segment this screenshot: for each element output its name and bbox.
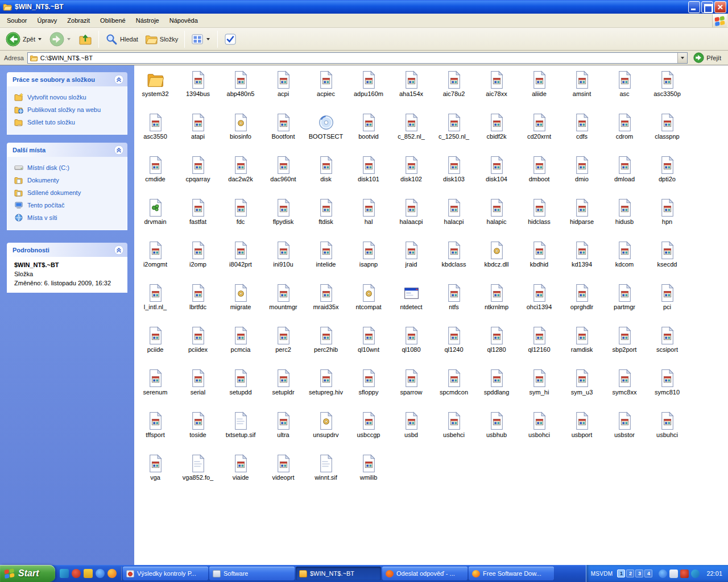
file-item[interactable]: dpti2o <box>646 153 688 196</box>
file-item[interactable]: fdc <box>220 196 262 238</box>
file-item[interactable]: usbehci <box>433 409 475 451</box>
quick-launch-icon[interactable] <box>72 569 81 578</box>
file-item[interactable]: dmio <box>561 153 603 196</box>
file-item[interactable]: usbstor <box>603 409 646 451</box>
clock[interactable]: 22:01 <box>706 570 722 577</box>
file-item[interactable]: hal <box>348 196 390 238</box>
file-item[interactable]: usbccgp <box>348 409 390 451</box>
file-item[interactable]: setupreg.hiv <box>305 366 347 409</box>
file-item[interactable]: sbp2port <box>603 323 646 366</box>
file-item[interactable]: migrate <box>220 281 262 323</box>
go-button[interactable]: Přejít <box>688 52 726 64</box>
task-share-folder[interactable]: Sdílet tuto složku <box>14 116 125 128</box>
address-dropdown-button[interactable] <box>677 53 687 63</box>
file-item[interactable]: dmboot <box>518 153 560 196</box>
file-item[interactable]: unsupdrv <box>305 409 347 451</box>
file-item[interactable]: flpydisk <box>262 196 304 238</box>
menu-item[interactable]: Úpravy <box>32 15 62 26</box>
file-item[interactable]: cdfs <box>561 110 603 153</box>
file-item[interactable]: aha154x <box>390 68 432 110</box>
file-item[interactable]: perc2 <box>262 323 304 366</box>
file-item[interactable]: isapnp <box>348 238 390 281</box>
taskbar-task-button[interactable]: Free Software Dow... <box>469 567 554 580</box>
file-item[interactable]: cpqarray <box>177 153 219 196</box>
file-item[interactable]: usbd <box>390 409 432 451</box>
taskbar-task-button[interactable]: Výsledky kontroly P... <box>123 567 208 580</box>
file-item[interactable]: dac960nt <box>262 153 304 196</box>
up-button[interactable] <box>76 30 95 49</box>
file-item[interactable]: videoprt <box>262 451 304 494</box>
file-item[interactable]: ini910u <box>262 238 304 281</box>
file-item[interactable]: serenum <box>134 366 176 409</box>
menu-item[interactable]: Soubor <box>2 15 32 26</box>
file-item[interactable]: kbdhid <box>518 238 560 281</box>
place-documents[interactable]: Dokumenty <box>14 174 125 186</box>
file-item[interactable]: cd20xrnt <box>518 110 560 153</box>
file-item[interactable]: sym_u3 <box>561 366 603 409</box>
file-item[interactable]: lbrtfdc <box>177 281 219 323</box>
file-item[interactable]: system32 <box>134 68 176 110</box>
file-item[interactable]: i2omgmt <box>134 238 176 281</box>
file-item[interactable]: ql1240 <box>433 323 475 366</box>
taskbar-task-button[interactable]: Odeslat odpověď - ... <box>382 567 468 580</box>
file-item[interactable]: usbhub <box>475 409 518 451</box>
views-button[interactable] <box>188 30 214 49</box>
search-button[interactable]: Hledat <box>102 30 141 49</box>
file-item[interactable]: c_1250.nl_ <box>433 110 475 153</box>
file-item[interactable]: halaacpi <box>390 196 432 238</box>
file-item[interactable]: ntdetect <box>390 281 432 323</box>
menu-item[interactable]: Oblíbené <box>95 15 131 26</box>
task-publish-web[interactable]: Publikovat složky na webu <box>14 103 125 116</box>
file-item[interactable]: disk104 <box>475 153 518 196</box>
file-item[interactable]: spddlang <box>475 366 518 409</box>
quick-launch-icon[interactable] <box>84 569 93 578</box>
file-item[interactable]: halacpi <box>433 196 475 238</box>
file-item[interactable]: usbohci <box>518 409 560 451</box>
file-item[interactable]: tffsport <box>134 409 176 451</box>
file-item[interactable]: cbidf2k <box>475 110 518 153</box>
file-item[interactable]: kd1394 <box>561 238 603 281</box>
tray-icon[interactable] <box>691 569 700 578</box>
minimize-button[interactable] <box>688 1 700 13</box>
task-new-folder[interactable]: Vytvořit novou složku <box>14 91 125 103</box>
file-item[interactable]: hpn <box>646 196 688 238</box>
file-item[interactable]: sfloppy <box>348 366 390 409</box>
file-item[interactable]: acpi <box>262 68 304 110</box>
file-item[interactable]: kbdclass <box>433 238 475 281</box>
file-item[interactable]: i8042prt <box>220 238 262 281</box>
file-item[interactable]: viaide <box>220 451 262 494</box>
file-item[interactable]: asc3550 <box>134 110 176 153</box>
file-item[interactable]: 1394bus <box>177 68 219 110</box>
file-item[interactable]: kbdcz.dll <box>475 238 518 281</box>
maximize-button[interactable] <box>701 1 713 13</box>
file-item[interactable]: sym_hi <box>518 366 560 409</box>
taskbar-task-button[interactable]: $WIN_NT$.~BT <box>296 567 381 580</box>
close-button[interactable] <box>714 1 726 13</box>
file-item[interactable]: kdcom <box>603 238 646 281</box>
file-item[interactable]: cdrom <box>603 110 646 153</box>
file-item[interactable]: ntcompat <box>348 281 390 323</box>
file-item[interactable]: BOOTSECT <box>305 110 347 153</box>
file-item[interactable]: hidusb <box>603 196 646 238</box>
file-item[interactable]: halapic <box>475 196 518 238</box>
file-item[interactable]: ksecdd <box>646 238 688 281</box>
file-item[interactable]: pcmcia <box>220 323 262 366</box>
file-item[interactable]: pciide <box>134 323 176 366</box>
tray-icon[interactable] <box>659 569 667 578</box>
panel-file-tasks-header[interactable]: Práce se soubory a složkou <box>7 72 127 86</box>
quick-launch-icon[interactable] <box>107 569 117 578</box>
file-item[interactable]: disk102 <box>390 153 432 196</box>
file-item[interactable]: mountmgr <box>262 281 304 323</box>
quick-launch-icon[interactable] <box>60 569 69 578</box>
file-item[interactable]: c_852.nl_ <box>390 110 432 153</box>
file-item[interactable]: disk103 <box>433 153 475 196</box>
back-dropdown-caret[interactable] <box>38 36 43 41</box>
file-item[interactable]: biosinfo <box>220 110 262 153</box>
file-item[interactable]: dac2w2k <box>220 153 262 196</box>
file-item[interactable]: ftdisk <box>305 196 347 238</box>
file-item[interactable]: vga852.fo_ <box>177 451 219 494</box>
file-item[interactable]: bootvid <box>348 110 390 153</box>
place-local-disk-c[interactable]: Místní disk (C:) <box>14 161 125 174</box>
place-my-computer[interactable]: Tento počítač <box>14 199 125 211</box>
file-item[interactable]: symc8xx <box>603 366 646 409</box>
